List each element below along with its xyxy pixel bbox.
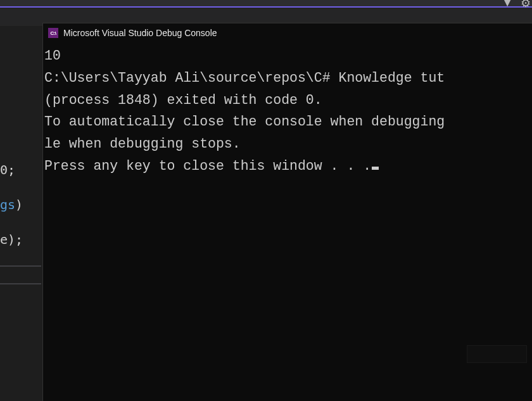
console-line: 10	[44, 45, 531, 67]
faded-button	[467, 345, 527, 363]
console-title: Microsoft Visual Studio Debug Console	[63, 28, 217, 38]
vs-menubar: ▼ ⚙	[0, 0, 532, 8]
console-line: (process 1848) exited with code 0.	[44, 89, 531, 111]
panel-divider	[0, 283, 41, 284]
code-fragment: e);	[0, 232, 23, 247]
console-line: le when debugging stops.	[44, 133, 531, 155]
text-cursor	[372, 167, 379, 170]
console-app-icon: C:\	[48, 28, 58, 38]
console-line: C:\Users\Tayyab Ali\source\repos\C# Know…	[44, 67, 531, 89]
screen-root: ▼ ⚙ MaxSize 0; gs) e); C:\ Microsoft Vis…	[0, 0, 532, 401]
console-line: To automatically close the console when …	[44, 111, 531, 133]
code-fragment: gs)	[0, 197, 23, 212]
code-fragment: 0;	[0, 162, 15, 177]
editor-gutter: 0; gs) e);	[0, 26, 41, 401]
panel-divider	[0, 265, 41, 267]
console-output[interactable]: 10C:\Users\Tayyab Ali\source\repos\C# Kn…	[43, 42, 532, 401]
console-line: Press any key to close this window . . .	[44, 155, 531, 177]
console-titlebar[interactable]: C:\ Microsoft Visual Studio Debug Consol…	[43, 23, 532, 42]
debug-console-window[interactable]: C:\ Microsoft Visual Studio Debug Consol…	[42, 23, 532, 401]
